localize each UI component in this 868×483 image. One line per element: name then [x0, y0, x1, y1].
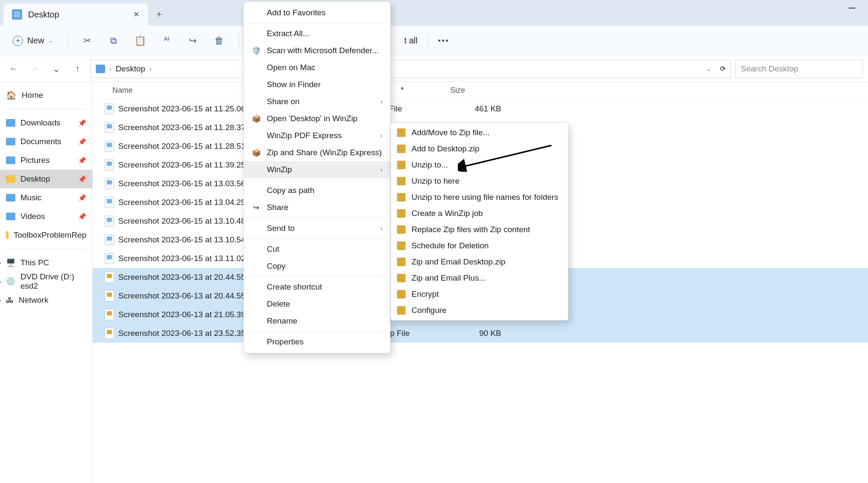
sidebar-item-pictures[interactable]: Pictures 📌 — [0, 151, 92, 170]
sidebar-item-toolbox[interactable]: ToolboxProblemRep — [0, 226, 92, 244]
pin-icon[interactable]: 📌 — [78, 138, 86, 146]
sidebar-item-downloads[interactable]: Downloads 📌 — [0, 114, 92, 132]
winzip-icon — [397, 145, 405, 153]
menu-item[interactable]: 📦Zip and Share (WinZip Express) — [244, 144, 390, 161]
file-name: Screenshot 2023-06-13 at 21.05.39 — [118, 310, 246, 319]
menu-item[interactable]: Create shortcut — [244, 278, 390, 295]
file-size: 461 KB — [450, 104, 510, 114]
pin-icon[interactable]: 📌 — [78, 175, 86, 183]
sidebar-item-music[interactable]: Music 📌 — [0, 188, 92, 207]
share-icon[interactable]: ↪ — [183, 31, 202, 50]
submenu-item[interactable]: Add/Move to Zip file... — [391, 125, 568, 141]
menu-item[interactable]: 🛡️Scan with Microsoft Defender... — [244, 42, 390, 59]
menu-item[interactable]: Rename — [244, 313, 390, 330]
nav-forward-button[interactable]: → — [26, 60, 43, 77]
new-button[interactable]: + New ⌄ — [9, 33, 57, 48]
file-row[interactable]: Screenshot 2023-06-15 at 11.25.06 PNG Fi… — [93, 99, 868, 118]
delete-icon[interactable]: 🗑 — [210, 31, 228, 50]
sidebar-item-documents[interactable]: Documents 📌 — [0, 132, 92, 151]
menu-item[interactable]: ↪Share — [244, 199, 390, 216]
menu-label: Copy — [267, 261, 286, 271]
sidebar-item-desktop[interactable]: Desktop 📌 — [0, 170, 92, 188]
chevron-right-icon[interactable]: › — [0, 297, 8, 304]
menu-item[interactable]: Properties — [244, 333, 390, 350]
menu-label: Properties — [267, 337, 304, 347]
menu-separator — [248, 331, 386, 332]
rename-icon[interactable]: ᴬᴵ — [157, 31, 176, 50]
file-name: Screenshot 2023-06-15 at 11.28.37 — [118, 123, 246, 132]
header-size[interactable]: Size — [450, 86, 510, 95]
window-minimize-button[interactable] — [848, 8, 855, 9]
submenu-label: Encrypt — [411, 290, 439, 299]
search-input[interactable]: Search Desktop — [735, 60, 863, 78]
sidebar-item-network[interactable]: › Network — [0, 291, 92, 310]
chevron-right-icon: › — [109, 65, 111, 72]
submenu-item[interactable]: Add to Desktop.zip — [391, 141, 568, 157]
more-options-icon[interactable] — [438, 40, 448, 42]
pin-icon[interactable]: 📌 — [78, 119, 86, 127]
copy-icon[interactable]: ⧉ — [104, 31, 123, 50]
menu-item[interactable]: Copy as path — [244, 182, 390, 199]
sidebar-item-home[interactable]: Home — [0, 86, 92, 105]
search-placeholder: Search Desktop — [741, 64, 798, 74]
menu-item[interactable]: Open on Mac — [244, 59, 390, 76]
submenu-label: Zip and Email Plus... — [411, 273, 485, 283]
menu-item[interactable]: Add to Favorites — [244, 4, 390, 21]
sidebar-item-videos[interactable]: Videos 📌 — [0, 207, 92, 226]
submenu-item[interactable]: Encrypt — [391, 286, 568, 302]
submenu-label: Unzip to here using file names for folde… — [411, 193, 558, 202]
tab-title: Desktop — [28, 10, 127, 20]
chevron-right-icon[interactable]: › — [0, 278, 8, 285]
submenu-item[interactable]: Unzip to here — [391, 173, 568, 189]
paste-icon[interactable]: 📋 — [131, 31, 149, 50]
pin-icon[interactable]: 📌 — [78, 194, 86, 202]
menu-item[interactable]: Cut — [244, 241, 390, 258]
menu-item[interactable]: Share on› — [244, 93, 390, 110]
menu-item[interactable]: WinZip PDF Express› — [244, 127, 390, 144]
sidebar-item-dvd[interactable]: › DVD Drive (D:) esd2 — [0, 272, 92, 291]
submenu-item[interactable]: Create a WinZip job — [391, 205, 568, 222]
chevron-right-icon[interactable]: › — [0, 259, 8, 266]
nav-up-button[interactable]: ↑ — [69, 60, 86, 77]
breadcrumb-bar[interactable]: › Desktop › ⌄ ⟳ — [90, 60, 731, 78]
sidebar-item-thispc[interactable]: › This PC — [0, 253, 92, 272]
menu-separator — [248, 218, 386, 218]
submenu-item[interactable]: Schedule for Deletion — [391, 238, 568, 254]
submenu-item[interactable]: Zip and Email Plus... — [391, 270, 568, 286]
submenu-label: Add to Desktop.zip — [411, 144, 479, 153]
pin-icon[interactable]: 📌 — [78, 213, 86, 221]
submenu-item[interactable]: Unzip to... — [391, 157, 568, 173]
refresh-icon[interactable]: ⟳ — [720, 65, 725, 73]
separator — [428, 33, 428, 48]
sidebar-label: Home — [22, 91, 43, 100]
submenu-item[interactable]: Unzip to here using file names for folde… — [391, 189, 568, 205]
close-tab-icon[interactable]: ✕ — [133, 10, 140, 19]
submenu-item[interactable]: Zip and Email Desktop.zip — [391, 254, 568, 270]
pin-icon[interactable]: 📌 — [78, 156, 86, 165]
winzip-icon — [397, 225, 405, 234]
winzip-submenu[interactable]: Add/Move to Zip file...Add to Desktop.zi… — [391, 122, 568, 321]
documents-folder-icon — [6, 138, 15, 145]
cut-icon[interactable]: ✂ — [78, 31, 97, 50]
submenu-label: Unzip to... — [411, 160, 448, 170]
new-tab-button[interactable]: + — [148, 3, 170, 26]
context-menu[interactable]: Add to FavoritesExtract All...🛡️Scan wit… — [243, 1, 391, 353]
menu-item[interactable]: 📦Open 'Desktop' in WinZip — [244, 110, 390, 127]
nav-history-button[interactable]: ⌄ — [48, 60, 65, 77]
browser-tab[interactable]: Desktop ✕ — [3, 3, 148, 26]
file-row[interactable]: Screenshot 2023-06-13 at 23.52.35 6/15/2… — [93, 324, 868, 343]
menu-item[interactable]: Show in Finder — [244, 76, 390, 93]
breadcrumb-path[interactable]: Desktop — [116, 64, 146, 74]
header-name[interactable]: Name — [93, 86, 266, 95]
submenu-item[interactable]: Replace Zip files with Zip content — [391, 222, 568, 238]
file-name: Screenshot 2023-06-15 at 11.39.25 — [118, 160, 246, 170]
file-name: Screenshot 2023-06-15 at 13.11.02 — [118, 254, 246, 263]
submenu-item[interactable]: Configure — [391, 302, 568, 318]
menu-item[interactable]: Extract All... — [244, 25, 390, 42]
menu-item[interactable]: WinZip› — [244, 161, 390, 178]
nav-back-button[interactable]: ← — [5, 60, 22, 77]
chevron-down-icon[interactable]: ⌄ — [706, 65, 711, 72]
menu-item[interactable]: Delete — [244, 295, 390, 313]
menu-item[interactable]: Copy — [244, 258, 390, 275]
menu-item[interactable]: Send to› — [244, 220, 390, 237]
